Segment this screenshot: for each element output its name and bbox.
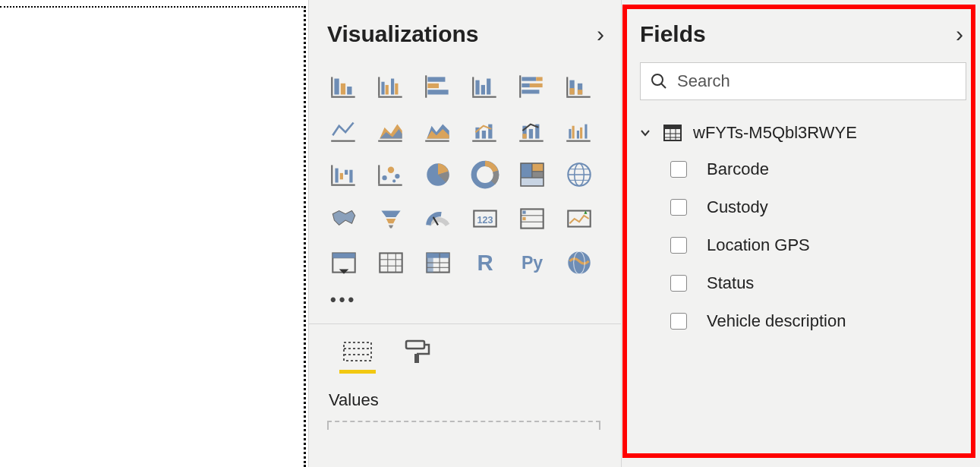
svg-rect-46 bbox=[529, 129, 533, 139]
svg-rect-17 bbox=[475, 80, 479, 95]
field-checkbox[interactable] bbox=[670, 237, 687, 254]
viz-matrix-icon[interactable] bbox=[418, 243, 458, 282]
viz-waterfall-icon[interactable] bbox=[324, 155, 364, 194]
viz-stacked-area-icon[interactable] bbox=[418, 111, 458, 150]
svg-rect-89 bbox=[568, 211, 590, 227]
field-row[interactable]: Vehicle description bbox=[622, 302, 980, 340]
viz-line-icon[interactable] bbox=[324, 111, 364, 150]
viz-clustered-bar-icon[interactable] bbox=[371, 67, 411, 106]
svg-rect-7 bbox=[381, 82, 384, 95]
search-input[interactable] bbox=[677, 71, 956, 91]
field-checkbox[interactable] bbox=[670, 161, 687, 178]
caret-down-icon bbox=[638, 126, 652, 140]
svg-rect-95 bbox=[380, 253, 402, 272]
svg-rect-70 bbox=[532, 163, 544, 172]
field-row[interactable]: Location GPS bbox=[622, 226, 980, 264]
viz-filled-map-icon[interactable] bbox=[324, 199, 364, 238]
svg-rect-2 bbox=[334, 79, 339, 95]
field-row[interactable]: Custody bbox=[622, 188, 980, 226]
viz-arcgis-icon[interactable] bbox=[559, 243, 599, 282]
svg-rect-18 bbox=[481, 85, 485, 95]
viz-treemap-icon[interactable] bbox=[512, 155, 552, 194]
svg-rect-19 bbox=[487, 79, 490, 95]
svg-rect-42 bbox=[488, 125, 492, 139]
viz-line-stacked-icon[interactable] bbox=[512, 111, 552, 150]
viz-gauge-icon[interactable] bbox=[418, 199, 458, 238]
fields-title: Fields bbox=[640, 21, 706, 47]
svg-rect-118 bbox=[664, 125, 681, 129]
viz-stacked-bar-icon[interactable] bbox=[324, 67, 364, 106]
svg-rect-22 bbox=[536, 77, 542, 80]
viz-funnel-icon[interactable] bbox=[371, 199, 411, 238]
viz-combo-icon[interactable] bbox=[559, 111, 599, 150]
viz-map-icon[interactable] bbox=[559, 155, 599, 194]
svg-rect-14 bbox=[427, 90, 448, 94]
field-checkbox[interactable] bbox=[670, 199, 687, 216]
more-visuals-button[interactable]: ••• bbox=[309, 282, 621, 310]
field-row[interactable]: Barcode bbox=[622, 150, 980, 188]
search-icon bbox=[650, 72, 668, 90]
svg-rect-52 bbox=[580, 128, 582, 139]
table-header[interactable]: wFYTs-M5Qbl3RWYE bbox=[622, 112, 980, 150]
svg-rect-4 bbox=[347, 87, 351, 95]
svg-rect-71 bbox=[532, 172, 544, 178]
svg-rect-87 bbox=[522, 211, 525, 214]
svg-text:Py: Py bbox=[522, 253, 543, 273]
field-label: Custody bbox=[707, 197, 768, 217]
svg-rect-31 bbox=[578, 90, 582, 94]
svg-rect-39 bbox=[472, 140, 496, 142]
collapse-fields-icon[interactable]: › bbox=[956, 23, 963, 46]
svg-point-62 bbox=[382, 175, 386, 180]
viz-python-icon[interactable]: Py bbox=[512, 243, 552, 282]
viz-stacked-column-100-icon[interactable] bbox=[512, 67, 552, 106]
svg-rect-21 bbox=[522, 77, 536, 80]
viz-donut-icon[interactable] bbox=[465, 155, 505, 194]
svg-rect-24 bbox=[530, 84, 543, 87]
svg-rect-16 bbox=[472, 96, 496, 98]
svg-rect-58 bbox=[345, 170, 348, 175]
toolbar-stub bbox=[0, 0, 182, 6]
viz-r-icon[interactable]: R bbox=[465, 243, 505, 282]
viz-ribbon-icon[interactable] bbox=[559, 67, 599, 106]
viz-kpi-icon[interactable] bbox=[559, 199, 599, 238]
svg-point-64 bbox=[395, 174, 399, 178]
viz-card-icon[interactable]: 123 bbox=[465, 199, 505, 238]
viz-area-icon[interactable] bbox=[371, 111, 411, 150]
field-row[interactable]: Status bbox=[622, 264, 980, 302]
viz-table-icon[interactable] bbox=[371, 243, 411, 282]
viz-stacked-bar-h-icon[interactable] bbox=[418, 67, 458, 106]
fields-tab[interactable] bbox=[339, 338, 376, 374]
viz-multi-row-card-icon[interactable] bbox=[512, 199, 552, 238]
field-label: Status bbox=[707, 273, 754, 293]
svg-rect-69 bbox=[521, 163, 532, 178]
svg-rect-88 bbox=[522, 217, 525, 220]
field-checkbox[interactable] bbox=[670, 275, 687, 292]
values-dropzone[interactable] bbox=[327, 421, 600, 430]
fields-panel: Fields › wFYTs-M5Qbl3RWYE Barcode Custod… bbox=[621, 0, 980, 467]
svg-marker-79 bbox=[386, 219, 396, 223]
svg-rect-20 bbox=[519, 75, 521, 97]
svg-rect-61 bbox=[378, 185, 402, 186]
svg-point-115 bbox=[652, 74, 663, 85]
field-checkbox[interactable] bbox=[670, 313, 687, 330]
report-canvas[interactable] bbox=[0, 6, 306, 467]
svg-rect-110 bbox=[344, 342, 371, 361]
viz-slicer-icon[interactable] bbox=[324, 243, 364, 282]
svg-rect-49 bbox=[569, 129, 571, 139]
svg-rect-32 bbox=[331, 140, 355, 142]
format-tab[interactable] bbox=[399, 338, 435, 374]
svg-rect-51 bbox=[577, 131, 579, 139]
viz-scatter-icon[interactable] bbox=[371, 155, 411, 194]
viz-pie-icon[interactable] bbox=[418, 155, 458, 194]
svg-rect-50 bbox=[572, 126, 575, 139]
svg-rect-8 bbox=[386, 85, 389, 95]
svg-line-116 bbox=[661, 84, 666, 88]
viz-clustered-column-icon[interactable] bbox=[465, 67, 505, 106]
svg-rect-27 bbox=[566, 96, 591, 98]
fields-search[interactable] bbox=[640, 62, 966, 100]
viz-line-clustered-icon[interactable] bbox=[465, 111, 505, 150]
collapse-visualizations-icon[interactable]: › bbox=[597, 23, 604, 46]
svg-rect-0 bbox=[331, 77, 332, 96]
svg-rect-1 bbox=[331, 96, 355, 98]
svg-rect-25 bbox=[522, 90, 539, 93]
